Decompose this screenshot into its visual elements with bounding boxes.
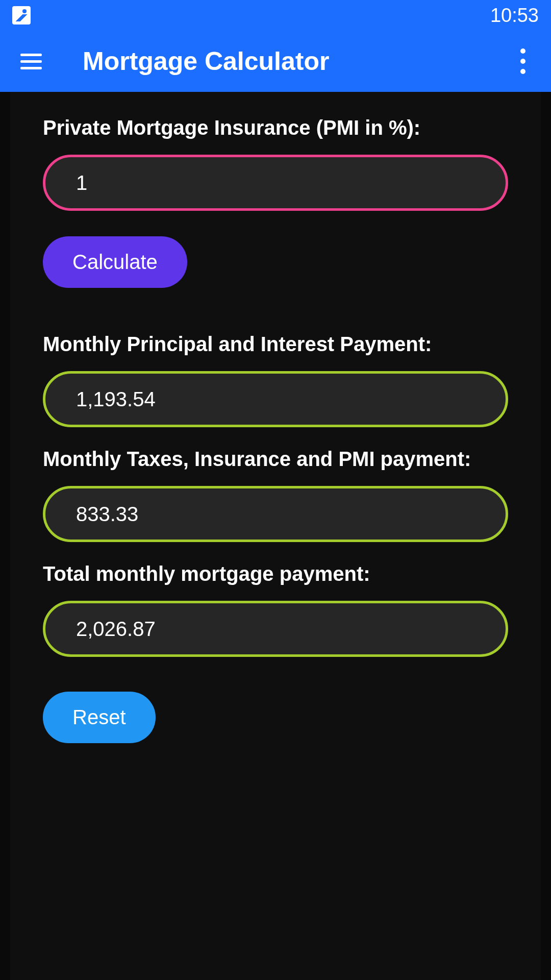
- principal-interest-output: 1,193.54: [43, 371, 508, 427]
- total-monthly-label: Total monthly mortgage payment:: [43, 562, 508, 585]
- total-monthly-value: 2,026.87: [76, 618, 156, 641]
- page-title: Mortgage Calculator: [83, 46, 515, 76]
- reset-button[interactable]: Reset: [43, 692, 156, 743]
- more-options-icon[interactable]: [515, 43, 531, 79]
- status-time: 10:53: [490, 5, 539, 27]
- calculate-button[interactable]: Calculate: [43, 236, 187, 288]
- principal-interest-label: Monthly Principal and Interest Payment:: [43, 333, 508, 356]
- image-icon: [12, 6, 31, 24]
- total-monthly-output: 2,026.87: [43, 601, 508, 657]
- pmi-value: 1: [76, 172, 87, 194]
- principal-interest-value: 1,193.54: [76, 388, 156, 411]
- pmi-label: Private Mortgage Insurance (PMI in %):: [43, 116, 508, 139]
- status-bar: 10:53: [0, 0, 551, 31]
- taxes-insurance-label: Monthly Taxes, Insurance and PMI payment…: [43, 448, 508, 471]
- app-bar: Mortgage Calculator: [0, 31, 551, 92]
- pmi-input[interactable]: 1: [43, 155, 508, 211]
- menu-icon[interactable]: [20, 54, 42, 69]
- taxes-insurance-value: 833.33: [76, 503, 138, 526]
- main-content: Private Mortgage Insurance (PMI in %): 1…: [10, 92, 541, 980]
- taxes-insurance-output: 833.33: [43, 486, 508, 542]
